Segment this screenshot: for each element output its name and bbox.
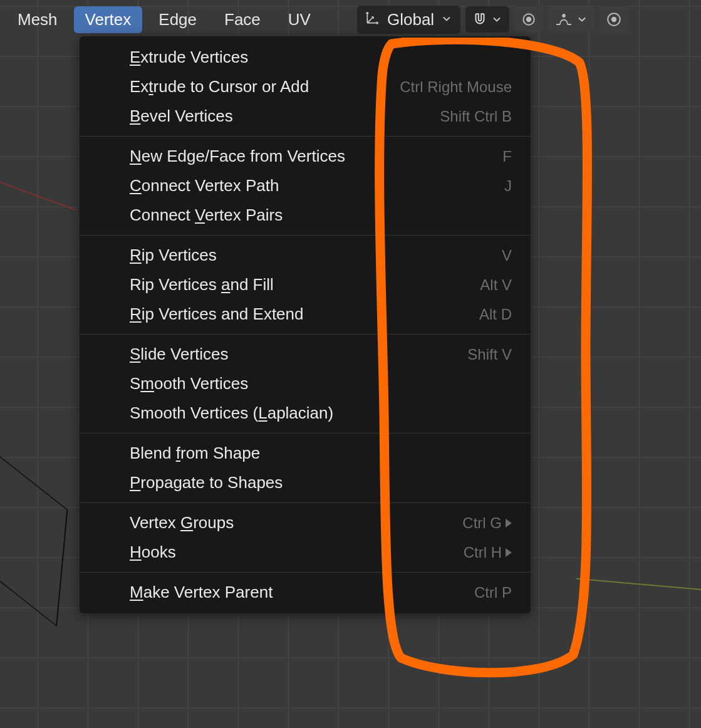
menu-item-rip-vertices-and-fill[interactable]: Rip Vertices and FillAlt V xyxy=(80,270,531,299)
menu-separator xyxy=(80,334,531,335)
falloff-icon xyxy=(554,12,573,27)
menu-item-slide-vertices[interactable]: Slide VerticesShift V xyxy=(80,340,531,369)
menu-item-extrude-vertices[interactable]: Extrude Vertices xyxy=(80,43,531,72)
menu-item-extrude-to-cursor-or-add[interactable]: Extrude to Cursor or AddCtrl Right Mouse xyxy=(80,72,531,101)
menu-item-shortcut: Ctrl Right Mouse xyxy=(400,78,512,96)
menu-item-label: New Edge/Face from Vertices xyxy=(130,147,345,166)
magnet-icon xyxy=(472,11,488,28)
menu-item-smooth-vertices-laplacian[interactable]: Smooth Vertices (Laplacian) xyxy=(80,398,531,428)
menu-item-label: Extrude Vertices xyxy=(130,48,248,67)
menu-item-label: Smooth Vertices xyxy=(130,374,248,393)
menu-item-shortcut: Shift Ctrl B xyxy=(440,108,512,125)
proportional-icon xyxy=(521,11,537,28)
menu-item-bevel-vertices[interactable]: Bevel VerticesShift Ctrl B xyxy=(80,101,531,131)
menu-item-shortcut: V xyxy=(502,247,512,264)
proportional-falloff-dropdown[interactable] xyxy=(548,7,595,32)
chevron-down-icon xyxy=(576,13,588,26)
transform-orientation-dropdown[interactable]: Global xyxy=(357,6,460,34)
chevron-down-icon xyxy=(491,13,503,26)
menu-item-shortcut: J xyxy=(504,177,512,195)
menu-item-label: Extrude to Cursor or Add xyxy=(130,77,309,96)
submenu-arrow-icon xyxy=(506,519,512,528)
menu-item-label: Make Vertex Parent xyxy=(130,583,273,602)
menu-item-label: Rip Vertices xyxy=(130,246,217,265)
menu-item-shortcut: Shift V xyxy=(467,346,512,363)
header-toolbar: MeshVertexEdgeFaceUV Global xyxy=(6,3,695,36)
menu-item-make-vertex-parent[interactable]: Make Vertex ParentCtrl P xyxy=(80,578,531,607)
menu-item-label: Rip Vertices and Extend xyxy=(130,304,304,324)
menu-mesh[interactable]: Mesh xyxy=(6,6,69,33)
menu-item-label: Bevel Vertices xyxy=(130,107,233,126)
svg-point-2 xyxy=(563,14,565,17)
menu-item-rip-vertices[interactable]: Rip VerticesV xyxy=(80,241,531,270)
snapping-dropdown[interactable] xyxy=(465,6,509,33)
menu-item-connect-vertex-pairs[interactable]: Connect Vertex Pairs xyxy=(80,200,531,230)
menu-uv[interactable]: UV xyxy=(277,6,322,33)
menu-item-shortcut: Ctrl G xyxy=(462,514,512,532)
menu-item-shortcut: Alt V xyxy=(480,276,512,294)
menu-item-connect-vertex-path[interactable]: Connect Vertex PathJ xyxy=(80,171,531,200)
menu-item-shortcut: Alt D xyxy=(479,306,512,323)
menu-item-shortcut: Ctrl H xyxy=(464,544,512,561)
menu-item-propagate-to-shapes[interactable]: Propagate to Shapes xyxy=(80,468,531,497)
menu-item-smooth-vertices[interactable]: Smooth Vertices xyxy=(80,369,531,398)
submenu-arrow-icon xyxy=(506,548,512,557)
menu-item-label: Connect Vertex Pairs xyxy=(130,205,283,225)
vertex-menu-dropdown: Extrude VerticesExtrude to Cursor or Add… xyxy=(80,36,531,613)
menu-item-label: Slide Vertices xyxy=(130,345,229,364)
menu-separator xyxy=(80,572,531,573)
menu-item-vertex-groups[interactable]: Vertex GroupsCtrl G xyxy=(80,508,531,538)
proportional-editing-toggle[interactable] xyxy=(514,6,543,33)
menu-item-rip-vertices-and-extend[interactable]: Rip Vertices and ExtendAlt D xyxy=(80,299,531,329)
menu-item-label: Rip Vertices and Fill xyxy=(130,275,274,294)
menu-item-label: Vertex Groups xyxy=(130,513,234,533)
viewport-overlay-toggle[interactable] xyxy=(600,6,628,33)
menu-item-shortcut: Ctrl P xyxy=(474,584,512,601)
menu-item-new-edge-face-from-vertices[interactable]: New Edge/Face from VerticesF xyxy=(80,142,531,171)
menu-face[interactable]: Face xyxy=(213,6,272,33)
menu-item-hooks[interactable]: HooksCtrl H xyxy=(80,538,531,567)
menu-item-shortcut: F xyxy=(502,148,512,165)
menu-item-label: Connect Vertex Path xyxy=(130,176,279,195)
svg-point-1 xyxy=(527,18,531,22)
menu-item-label: Hooks xyxy=(130,543,176,562)
menu-item-label: Propagate to Shapes xyxy=(130,473,283,492)
overlay-circle-icon xyxy=(606,11,622,28)
menu-separator xyxy=(80,235,531,236)
svg-point-4 xyxy=(612,18,616,22)
menu-item-label: Blend from Shape xyxy=(130,444,260,463)
menu-edge[interactable]: Edge xyxy=(147,6,208,33)
chevron-down-icon xyxy=(440,10,453,29)
menu-separator xyxy=(80,136,531,137)
menu-vertex[interactable]: Vertex xyxy=(74,6,143,33)
menu-separator xyxy=(80,433,531,434)
menu-item-label: Smooth Vertices (Laplacian) xyxy=(130,403,333,423)
orientation-icon xyxy=(365,9,381,30)
orientation-label: Global xyxy=(387,10,434,29)
menu-item-blend-from-shape[interactable]: Blend from Shape xyxy=(80,439,531,468)
menu-separator xyxy=(80,502,531,503)
